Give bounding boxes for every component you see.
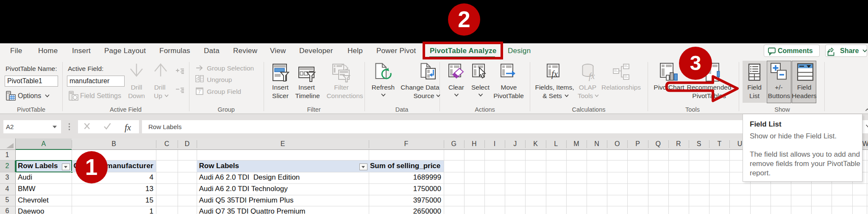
svg-text:fx: fx	[125, 122, 131, 132]
svg-text:7: 7	[198, 89, 200, 94]
svg-text:fx: fx	[551, 69, 558, 79]
svg-text:fx: fx	[589, 71, 595, 81]
